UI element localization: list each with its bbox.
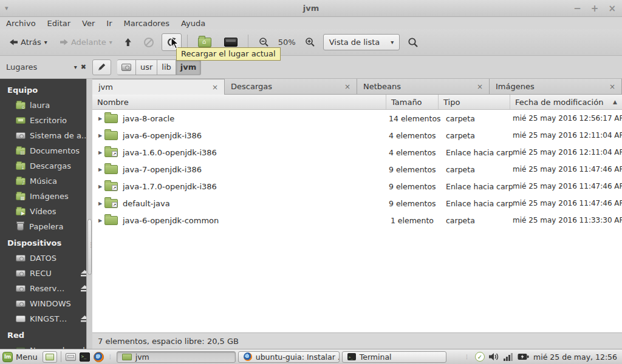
sidebar-item-imagenes[interactable]: ▦ Imágenes (0, 189, 92, 204)
sidebar-item-sistema[interactable]: Sistema de a… (0, 128, 92, 143)
menu-marcadores[interactable]: Marcadores (124, 19, 169, 28)
maximize-button[interactable]: + (591, 3, 599, 14)
expander-icon[interactable]: ▶ (96, 184, 104, 189)
zoom-in-icon (305, 37, 315, 47)
breadcrumb-lib[interactable]: lib (157, 59, 176, 75)
up-button[interactable] (120, 35, 136, 50)
table-row[interactable]: ▶ java-8-oracle 14 elementos carpeta mié… (92, 110, 622, 127)
tab-descargas[interactable]: Descargas × (225, 79, 357, 95)
chevron-down-icon[interactable]: ▾ (74, 64, 77, 70)
show-desktop-button[interactable] (43, 351, 57, 363)
launcher-computer[interactable] (65, 351, 77, 363)
expander-icon[interactable]: ▶ (96, 201, 104, 206)
sidebar-item-escritorio[interactable]: Escritorio (0, 113, 92, 128)
launcher-firefox[interactable] (93, 351, 104, 363)
menu-ayuda[interactable]: Ayuda (181, 19, 205, 28)
system-tray: ⋮ ✓ mié 25 de may, 12:56 (463, 352, 620, 362)
close-tab-icon[interactable]: × (606, 83, 615, 91)
home-folder-icon (198, 38, 211, 47)
trash-icon (17, 223, 24, 231)
sidebar-item-reservado[interactable]: Reserv… (0, 281, 92, 296)
expander-icon[interactable]: ▶ (96, 133, 104, 138)
launcher-terminal[interactable]: >_ (79, 351, 91, 363)
taskbar-window-terminal[interactable]: >_ Terminal (342, 351, 446, 363)
column-header-tamano[interactable]: Tamaño (386, 95, 439, 109)
status-bar: 7 elementos, espacio libre: 20,5 GB (92, 332, 622, 349)
close-tab-icon[interactable]: × (341, 83, 350, 91)
menu-ir[interactable]: Ir (106, 19, 112, 28)
column-header-nombre[interactable]: Nombre (92, 95, 386, 109)
network-signal-icon[interactable] (504, 352, 513, 361)
sidebar-item-kingston[interactable]: KINGST… (0, 311, 92, 326)
sidebar-item-laura[interactable]: ⌂ laura (0, 98, 92, 113)
close-tab-icon[interactable]: × (473, 83, 483, 91)
table-row[interactable]: ▶ java-6-openjdk-common 1 elemento carpe… (92, 212, 622, 229)
computer-icon (224, 38, 238, 47)
sidebar-section-dispositivos: Dispositivos (0, 234, 92, 251)
scrollbar-thumb[interactable] (87, 219, 92, 275)
breadcrumb-usr[interactable]: usr (136, 59, 157, 75)
breadcrumb-root-button[interactable] (117, 59, 136, 75)
close-sidebar-icon[interactable]: ✖ (81, 63, 86, 71)
menu-editar[interactable]: Editar (47, 19, 71, 28)
sidebar-item-windows[interactable]: WINDOWS (0, 296, 92, 311)
sidebar-item-red[interactable]: Navega la red (0, 343, 92, 349)
table-row[interactable]: ▶ ↗ java-1.6.0-openjdk-i386 4 elementos … (92, 144, 622, 161)
table-row[interactable]: ▶ ↗ java-1.7.0-openjdk-i386 9 elementos … (92, 178, 622, 195)
taskbar-window-firefox[interactable]: ubuntu-guia: Instalar ... (238, 351, 340, 363)
table-row[interactable]: ▶ java-6-openjdk-i386 4 elementos carpet… (92, 127, 622, 144)
edit-path-button[interactable] (92, 59, 111, 75)
menu-ver[interactable]: Ver (82, 19, 95, 28)
sidebar-item-datos[interactable]: DATOS (0, 251, 92, 266)
sidebar-scrollbar[interactable] (86, 79, 92, 349)
menu-archivo[interactable]: Archivo (6, 19, 36, 28)
back-button[interactable]: Atrás ▾ (5, 34, 52, 50)
sidebar-header[interactable]: Lugares ▾ ✖ (0, 62, 92, 72)
titlebar[interactable]: ▾ jvm − + × (0, 0, 622, 17)
sidebar-item-papelera[interactable]: Papelera (0, 219, 92, 234)
sidebar-item-musica[interactable]: ♪ Música (0, 174, 92, 189)
view-mode-select[interactable]: Vista de lista ▾ (323, 34, 400, 50)
search-button[interactable] (403, 33, 423, 52)
symlink-folder-icon: ↗ (104, 182, 118, 191)
taskbar-window-jvm[interactable]: jvm (117, 351, 236, 363)
menu-button[interactable]: lm Menu (2, 352, 40, 362)
folder-icon (104, 114, 118, 123)
column-header-fecha[interactable]: Fecha de modificación ▲ (510, 95, 622, 109)
expander-icon[interactable]: ▶ (96, 116, 104, 121)
music-folder-icon: ♪ (16, 178, 26, 185)
sidebar-item-videos[interactable]: ▶ Vídeos (0, 204, 92, 219)
breadcrumb-jvm[interactable]: jvm (176, 59, 201, 75)
back-arrow-icon (10, 39, 18, 46)
clock[interactable]: mié 25 de may, 12:56 (533, 352, 617, 362)
zoom-in-button[interactable] (300, 33, 320, 51)
tab-imagenes[interactable]: Imágenes × (490, 79, 622, 95)
column-headers: Nombre Tamaño Tipo Fecha de modificación… (92, 95, 622, 110)
folder-icon (104, 216, 118, 225)
search-icon (408, 37, 419, 48)
tab-jvm[interactable]: jvm × (92, 79, 225, 95)
sidebar-item-descargas[interactable]: ↓ Descargas (0, 158, 92, 174)
expander-icon[interactable]: ▶ (96, 218, 104, 223)
documents-folder-icon: ▤ (16, 147, 26, 155)
sidebar-item-recu[interactable]: RECU (0, 266, 92, 281)
close-tab-icon[interactable]: × (208, 83, 218, 92)
window-title: jvm (0, 4, 622, 13)
taskbar-separator (61, 351, 61, 362)
table-row[interactable]: ▶ java-7-openjdk-i386 9 elementos carpet… (92, 161, 622, 178)
videos-folder-icon: ▶ (16, 208, 26, 215)
column-header-tipo[interactable]: Tipo (439, 95, 510, 109)
table-row[interactable]: ▶ ↗ default-java 9 elementos Enlace haci… (92, 195, 622, 212)
expander-icon[interactable]: ▶ (96, 150, 104, 155)
tab-netbeans[interactable]: Netbeans × (357, 79, 490, 95)
battery-icon[interactable] (518, 353, 529, 360)
sidebar-item-documentos[interactable]: ▤ Documentos (0, 143, 92, 158)
chevron-down-icon[interactable]: ▾ (44, 39, 47, 46)
expander-icon[interactable]: ▶ (96, 167, 104, 172)
update-manager-icon[interactable]: ✓ (475, 352, 485, 362)
close-button[interactable]: × (608, 3, 616, 14)
symlink-emblem-icon: ↗ (112, 151, 117, 157)
minimize-button[interactable]: − (573, 3, 581, 14)
filesystem-disk-icon (16, 132, 26, 139)
volume-icon[interactable] (489, 352, 499, 361)
